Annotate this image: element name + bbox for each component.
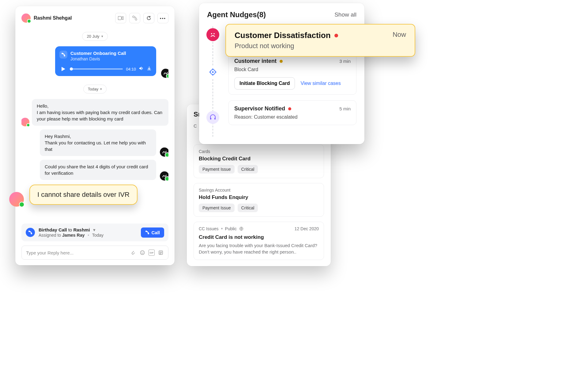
emoji-icon bbox=[140, 250, 145, 255]
svg-point-3 bbox=[143, 252, 143, 253]
scheduled-call-strip: Birthday Call to Rashmi ▾ Assigned to Ja… bbox=[21, 224, 168, 241]
reply-placeholder: Type your Reply here... bbox=[26, 250, 127, 255]
template-icon bbox=[158, 250, 163, 255]
agent-avatar bbox=[160, 171, 168, 181]
phone-icon bbox=[145, 230, 149, 235]
case-tag[interactable]: Critical bbox=[238, 165, 258, 174]
status-dot-amber bbox=[280, 60, 283, 63]
nudge-card[interactable]: Supervisor Notified 5 min Reason: Custom… bbox=[228, 100, 356, 125]
agent-avatar bbox=[160, 147, 168, 157]
refresh-button[interactable] bbox=[143, 13, 154, 23]
video-icon bbox=[118, 16, 123, 20]
audio-knob[interactable] bbox=[70, 67, 73, 71]
agent-avatar bbox=[161, 69, 168, 78]
headset-icon bbox=[209, 114, 217, 121]
chat-header: Rashmi Shehgal ••• bbox=[21, 13, 168, 23]
phone-icon bbox=[132, 16, 137, 21]
chat-header-actions: ••• bbox=[115, 13, 168, 23]
customer-name: Rashmi Shehgal bbox=[34, 15, 72, 21]
play-button[interactable] bbox=[60, 66, 67, 72]
article-title: Credit Card is not working bbox=[199, 234, 319, 240]
reply-input[interactable]: Type your Reply here... GIF bbox=[21, 246, 168, 260]
message-row: Could you share the last 4 digits of you… bbox=[40, 160, 156, 180]
download-icon bbox=[147, 66, 151, 71]
audio-controls: 04:10 bbox=[60, 66, 151, 72]
supervisor-icon bbox=[206, 111, 219, 124]
call-name: Rashmi bbox=[73, 227, 90, 232]
case-tag[interactable]: Payment Issue bbox=[199, 204, 235, 212]
chevron-down-icon: ▾ bbox=[93, 227, 96, 232]
volume-icon bbox=[139, 66, 144, 71]
presence-dot bbox=[19, 202, 24, 207]
message-row: Hello, I am having issues with paying ba… bbox=[32, 99, 168, 126]
video-call-button[interactable] bbox=[115, 13, 126, 23]
audio-message[interactable]: Customer Onboaring Call Jonathan Davis 0… bbox=[55, 46, 156, 76]
voice-call-button[interactable] bbox=[129, 13, 140, 23]
customer-highlight-message: I cannot share details over IVR bbox=[29, 185, 138, 205]
case-category: Savings Account bbox=[199, 188, 319, 193]
volume-button[interactable] bbox=[139, 66, 144, 72]
case-category: Cards bbox=[199, 149, 319, 154]
case-tag[interactable]: Payment Issue bbox=[199, 165, 235, 174]
frown-icon bbox=[209, 31, 217, 39]
date-label: 20 July bbox=[87, 34, 99, 39]
initiate-blocking-button[interactable]: Initiate Blocking Card bbox=[234, 77, 295, 90]
gif-button[interactable]: GIF bbox=[149, 250, 155, 256]
agent-logo-icon bbox=[161, 149, 168, 155]
nudge-hero[interactable]: Customer Dissatisfaction Product not wor… bbox=[225, 24, 415, 57]
case-card[interactable]: Cards Blocking Credit Card Payment Issue… bbox=[194, 144, 324, 178]
more-button[interactable]: ••• bbox=[157, 13, 168, 23]
case-card[interactable]: Savings Account Hold Funds Enquiry Payme… bbox=[194, 183, 324, 217]
nudge-subtitle: Reason: Customer escalated bbox=[234, 114, 351, 120]
agent-message: Hey Rashmi, Thank you for contacting us.… bbox=[40, 129, 156, 156]
presence-dot bbox=[26, 123, 30, 127]
hero-title: Customer Dissatisfaction bbox=[235, 31, 331, 40]
article-desc: Are you facing trouble with your Bank-Is… bbox=[199, 242, 319, 256]
call-info[interactable]: Birthday Call to Rashmi ▾ Assigned to Ja… bbox=[39, 227, 137, 238]
nudge-card[interactable]: Customer intent 3 min Block Card Initiat… bbox=[228, 53, 356, 95]
svg-rect-17 bbox=[210, 118, 211, 120]
chevron-down-icon: ▾ bbox=[100, 87, 102, 91]
audio-title: Customer Onboaring Call bbox=[70, 51, 151, 56]
chat-user[interactable]: Rashmi Shehgal bbox=[21, 13, 72, 23]
phone-icon bbox=[26, 228, 35, 237]
article-visibility: Public bbox=[225, 226, 237, 231]
chat-panel: Rashmi Shehgal ••• 20 July ▾ bbox=[15, 6, 175, 265]
audio-track[interactable] bbox=[70, 68, 123, 70]
nudge-time: 5 min bbox=[339, 106, 351, 111]
call-button-label: Call bbox=[151, 230, 160, 235]
svg-point-9 bbox=[211, 33, 212, 34]
nudge-subtitle: Block Card bbox=[234, 67, 351, 72]
assigned-when: Today bbox=[92, 233, 104, 238]
article-category: CC Issues bbox=[199, 226, 219, 231]
highlight-text: I cannot share details over IVR bbox=[37, 191, 130, 198]
case-tag[interactable]: Critical bbox=[238, 204, 258, 212]
emoji-button[interactable] bbox=[139, 250, 145, 256]
attachment-button[interactable] bbox=[130, 250, 136, 256]
download-button[interactable] bbox=[147, 66, 151, 72]
agent-logo-icon bbox=[161, 173, 168, 179]
template-button[interactable] bbox=[158, 250, 164, 256]
customer-avatar bbox=[21, 13, 31, 23]
date-separator[interactable]: Today ▾ bbox=[83, 85, 107, 94]
agent-logo-icon bbox=[163, 70, 168, 76]
kb-article[interactable]: CC Issues Public 12 Dec 2020 Credit Card… bbox=[194, 222, 324, 260]
nudges-header: Agent Nudges(8) Show all bbox=[207, 10, 356, 19]
customer-avatar bbox=[21, 118, 29, 126]
svg-rect-0 bbox=[118, 17, 122, 20]
call-button[interactable]: Call bbox=[141, 227, 164, 238]
show-all-link[interactable]: Show all bbox=[334, 11, 356, 18]
article-date: 12 Dec 2020 bbox=[295, 226, 319, 231]
presence-dot bbox=[27, 19, 31, 23]
date-separator[interactable]: 20 July ▾ bbox=[82, 32, 107, 41]
case-title: Hold Funds Enquiry bbox=[199, 194, 319, 201]
assigned-label: Assigned to bbox=[39, 233, 61, 238]
globe-icon bbox=[239, 227, 243, 231]
customer-message: Hello, I am having issues with paying ba… bbox=[32, 99, 168, 126]
svg-point-1 bbox=[141, 251, 145, 255]
call-label: Birthday Call bbox=[39, 227, 67, 232]
view-similar-link[interactable]: View similar cases bbox=[300, 81, 341, 86]
audio-subtitle: Jonathan Davis bbox=[70, 56, 151, 61]
separator-dot bbox=[221, 228, 223, 229]
hero-time: Now bbox=[393, 31, 406, 39]
